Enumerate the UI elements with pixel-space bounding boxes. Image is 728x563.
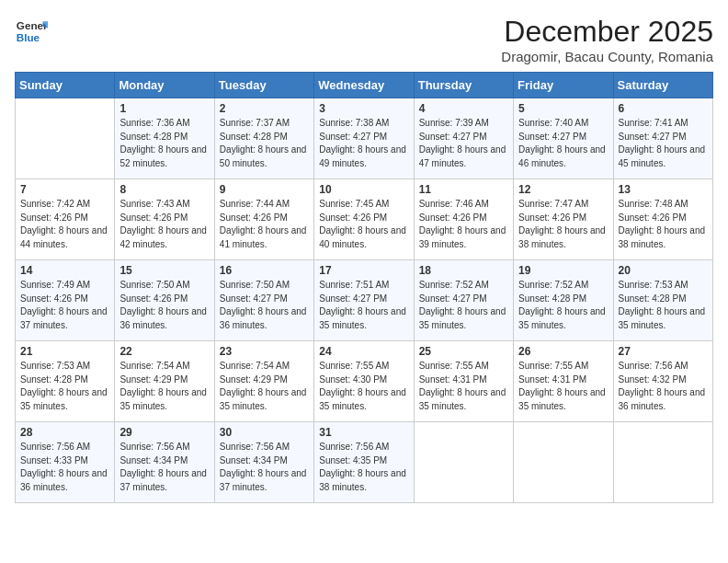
calendar-cell: 10 Sunrise: 7:45 AM Sunset: 4:26 PM Dayl… bbox=[314, 179, 414, 260]
day-info: Sunrise: 7:52 AM Sunset: 4:28 PM Dayligh… bbox=[518, 279, 608, 332]
calendar-cell: 16 Sunrise: 7:50 AM Sunset: 4:27 PM Dayl… bbox=[214, 260, 313, 341]
day-info: Sunrise: 7:41 AM Sunset: 4:27 PM Dayligh… bbox=[619, 117, 708, 170]
day-number: 7 bbox=[20, 183, 109, 196]
day-info: Sunrise: 7:43 AM Sunset: 4:26 PM Dayligh… bbox=[119, 198, 209, 251]
calendar-week-row: 28 Sunrise: 7:56 AM Sunset: 4:33 PM Dayl… bbox=[16, 422, 713, 503]
weekday-header: Thursday bbox=[414, 73, 513, 98]
calendar-cell bbox=[414, 422, 513, 503]
calendar-cell bbox=[514, 422, 613, 503]
day-info: Sunrise: 7:54 AM Sunset: 4:29 PM Dayligh… bbox=[119, 360, 209, 413]
day-info: Sunrise: 7:39 AM Sunset: 4:27 PM Dayligh… bbox=[419, 117, 508, 170]
logo: General Blue bbox=[15, 15, 48, 48]
day-number: 31 bbox=[319, 426, 408, 439]
calendar-cell bbox=[16, 98, 115, 179]
day-number: 11 bbox=[419, 183, 508, 196]
day-info: Sunrise: 7:37 AM Sunset: 4:28 PM Dayligh… bbox=[220, 117, 309, 170]
day-number: 4 bbox=[419, 102, 508, 115]
day-number: 9 bbox=[220, 183, 309, 196]
day-number: 23 bbox=[220, 345, 309, 358]
calendar-cell: 8 Sunrise: 7:43 AM Sunset: 4:26 PM Dayli… bbox=[115, 179, 214, 260]
calendar-week-row: 21 Sunrise: 7:53 AM Sunset: 4:28 PM Dayl… bbox=[16, 341, 713, 422]
day-number: 6 bbox=[619, 102, 708, 115]
calendar-cell: 9 Sunrise: 7:44 AM Sunset: 4:26 PM Dayli… bbox=[214, 179, 313, 260]
calendar-cell: 15 Sunrise: 7:50 AM Sunset: 4:26 PM Dayl… bbox=[115, 260, 214, 341]
day-info: Sunrise: 7:50 AM Sunset: 4:26 PM Dayligh… bbox=[119, 279, 209, 332]
calendar-week-row: 1 Sunrise: 7:36 AM Sunset: 4:28 PM Dayli… bbox=[16, 98, 713, 179]
calendar-table: SundayMondayTuesdayWednesdayThursdayFrid… bbox=[15, 72, 713, 503]
calendar-week-row: 14 Sunrise: 7:49 AM Sunset: 4:26 PM Dayl… bbox=[16, 260, 713, 341]
day-number: 14 bbox=[20, 264, 109, 277]
day-info: Sunrise: 7:56 AM Sunset: 4:33 PM Dayligh… bbox=[20, 441, 109, 494]
calendar-cell: 23 Sunrise: 7:54 AM Sunset: 4:29 PM Dayl… bbox=[214, 341, 313, 422]
day-number: 18 bbox=[419, 264, 508, 277]
day-number: 26 bbox=[518, 345, 608, 358]
day-info: Sunrise: 7:55 AM Sunset: 4:31 PM Dayligh… bbox=[518, 360, 608, 413]
day-number: 1 bbox=[119, 102, 209, 115]
weekday-header: Wednesday bbox=[314, 73, 414, 98]
calendar-cell: 22 Sunrise: 7:54 AM Sunset: 4:29 PM Dayl… bbox=[115, 341, 214, 422]
day-number: 21 bbox=[20, 345, 109, 358]
day-info: Sunrise: 7:45 AM Sunset: 4:26 PM Dayligh… bbox=[319, 198, 408, 251]
day-number: 13 bbox=[619, 183, 708, 196]
calendar-cell: 5 Sunrise: 7:40 AM Sunset: 4:27 PM Dayli… bbox=[514, 98, 613, 179]
day-info: Sunrise: 7:46 AM Sunset: 4:26 PM Dayligh… bbox=[419, 198, 508, 251]
calendar-cell: 6 Sunrise: 7:41 AM Sunset: 4:27 PM Dayli… bbox=[613, 98, 712, 179]
location-title: Dragomir, Bacau County, Romania bbox=[501, 49, 713, 64]
day-number: 25 bbox=[419, 345, 508, 358]
calendar-cell: 17 Sunrise: 7:51 AM Sunset: 4:27 PM Dayl… bbox=[314, 260, 414, 341]
day-info: Sunrise: 7:47 AM Sunset: 4:26 PM Dayligh… bbox=[518, 198, 608, 251]
calendar-cell: 3 Sunrise: 7:38 AM Sunset: 4:27 PM Dayli… bbox=[314, 98, 414, 179]
title-block: December 2025 Dragomir, Bacau County, Ro… bbox=[501, 15, 713, 64]
day-info: Sunrise: 7:54 AM Sunset: 4:29 PM Dayligh… bbox=[220, 360, 309, 413]
calendar-cell: 21 Sunrise: 7:53 AM Sunset: 4:28 PM Dayl… bbox=[16, 341, 115, 422]
day-info: Sunrise: 7:53 AM Sunset: 4:28 PM Dayligh… bbox=[619, 279, 708, 332]
calendar-cell: 27 Sunrise: 7:56 AM Sunset: 4:32 PM Dayl… bbox=[613, 341, 712, 422]
day-info: Sunrise: 7:53 AM Sunset: 4:28 PM Dayligh… bbox=[20, 360, 109, 413]
calendar-cell: 31 Sunrise: 7:56 AM Sunset: 4:35 PM Dayl… bbox=[314, 422, 414, 503]
day-number: 10 bbox=[319, 183, 408, 196]
day-info: Sunrise: 7:56 AM Sunset: 4:34 PM Dayligh… bbox=[220, 441, 309, 494]
day-number: 20 bbox=[619, 264, 708, 277]
calendar-cell: 2 Sunrise: 7:37 AM Sunset: 4:28 PM Dayli… bbox=[214, 98, 313, 179]
day-info: Sunrise: 7:55 AM Sunset: 4:30 PM Dayligh… bbox=[319, 360, 408, 413]
day-info: Sunrise: 7:48 AM Sunset: 4:26 PM Dayligh… bbox=[619, 198, 708, 251]
calendar-cell: 24 Sunrise: 7:55 AM Sunset: 4:30 PM Dayl… bbox=[314, 341, 414, 422]
svg-text:Blue: Blue bbox=[17, 31, 40, 43]
day-info: Sunrise: 7:38 AM Sunset: 4:27 PM Dayligh… bbox=[319, 117, 408, 170]
calendar-cell: 1 Sunrise: 7:36 AM Sunset: 4:28 PM Dayli… bbox=[115, 98, 214, 179]
calendar-cell: 26 Sunrise: 7:55 AM Sunset: 4:31 PM Dayl… bbox=[514, 341, 613, 422]
weekday-header: Sunday bbox=[16, 73, 115, 98]
weekday-header: Tuesday bbox=[214, 73, 313, 98]
day-info: Sunrise: 7:36 AM Sunset: 4:28 PM Dayligh… bbox=[119, 117, 209, 170]
day-number: 5 bbox=[518, 102, 608, 115]
weekday-header: Monday bbox=[115, 73, 214, 98]
logo-icon: General Blue bbox=[15, 15, 48, 48]
day-number: 3 bbox=[319, 102, 408, 115]
calendar-cell: 4 Sunrise: 7:39 AM Sunset: 4:27 PM Dayli… bbox=[414, 98, 513, 179]
calendar-week-row: 7 Sunrise: 7:42 AM Sunset: 4:26 PM Dayli… bbox=[16, 179, 713, 260]
page-header: General Blue December 2025 Dragomir, Bac… bbox=[15, 15, 713, 64]
day-info: Sunrise: 7:56 AM Sunset: 4:35 PM Dayligh… bbox=[319, 441, 408, 494]
calendar-cell bbox=[613, 422, 712, 503]
day-info: Sunrise: 7:44 AM Sunset: 4:26 PM Dayligh… bbox=[220, 198, 309, 251]
day-number: 28 bbox=[20, 426, 109, 439]
calendar-cell: 20 Sunrise: 7:53 AM Sunset: 4:28 PM Dayl… bbox=[613, 260, 712, 341]
month-title: December 2025 bbox=[501, 15, 713, 49]
day-info: Sunrise: 7:56 AM Sunset: 4:32 PM Dayligh… bbox=[619, 360, 708, 413]
day-info: Sunrise: 7:55 AM Sunset: 4:31 PM Dayligh… bbox=[419, 360, 508, 413]
day-info: Sunrise: 7:56 AM Sunset: 4:34 PM Dayligh… bbox=[119, 441, 209, 494]
day-number: 16 bbox=[220, 264, 309, 277]
weekday-header: Saturday bbox=[613, 73, 712, 98]
day-info: Sunrise: 7:42 AM Sunset: 4:26 PM Dayligh… bbox=[20, 198, 109, 251]
calendar-cell: 12 Sunrise: 7:47 AM Sunset: 4:26 PM Dayl… bbox=[514, 179, 613, 260]
calendar-cell: 30 Sunrise: 7:56 AM Sunset: 4:34 PM Dayl… bbox=[214, 422, 313, 503]
day-info: Sunrise: 7:52 AM Sunset: 4:27 PM Dayligh… bbox=[419, 279, 508, 332]
day-number: 17 bbox=[319, 264, 408, 277]
calendar-cell: 14 Sunrise: 7:49 AM Sunset: 4:26 PM Dayl… bbox=[16, 260, 115, 341]
day-number: 15 bbox=[119, 264, 209, 277]
weekday-header-row: SundayMondayTuesdayWednesdayThursdayFrid… bbox=[16, 73, 713, 98]
day-info: Sunrise: 7:51 AM Sunset: 4:27 PM Dayligh… bbox=[319, 279, 408, 332]
calendar-cell: 19 Sunrise: 7:52 AM Sunset: 4:28 PM Dayl… bbox=[514, 260, 613, 341]
day-number: 30 bbox=[220, 426, 309, 439]
day-number: 2 bbox=[220, 102, 309, 115]
